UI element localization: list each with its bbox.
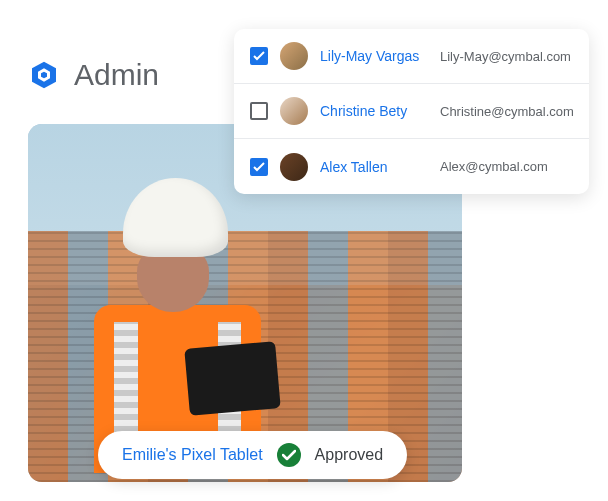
user-name[interactable]: Lily-May Vargas — [320, 48, 428, 64]
admin-label: Admin — [74, 58, 159, 92]
device-name[interactable]: Emilie's Pixel Tablet — [122, 446, 263, 464]
device-status-label: Approved — [315, 446, 384, 464]
user-email: Alex@cymbal.com — [440, 159, 548, 174]
admin-header: Admin — [28, 58, 159, 92]
user-name[interactable]: Christine Bety — [320, 103, 428, 119]
avatar — [280, 97, 308, 125]
device-status-pill: Emilie's Pixel Tablet Approved — [98, 431, 407, 479]
checkbox[interactable] — [250, 47, 268, 65]
user-row[interactable]: Alex Tallen Alex@cymbal.com — [234, 139, 589, 194]
user-table: Lily-May Vargas Lily-May@cymbal.com Chri… — [234, 29, 589, 194]
user-row[interactable]: Christine Bety Christine@cymbal.com — [234, 84, 589, 139]
checkbox[interactable] — [250, 102, 268, 120]
avatar — [280, 153, 308, 181]
user-email: Christine@cymbal.com — [440, 104, 574, 119]
user-row[interactable]: Lily-May Vargas Lily-May@cymbal.com — [234, 29, 589, 84]
checkbox[interactable] — [250, 158, 268, 176]
user-email: Lily-May@cymbal.com — [440, 49, 571, 64]
user-name[interactable]: Alex Tallen — [320, 159, 428, 175]
admin-logo-icon — [28, 59, 60, 91]
avatar — [280, 42, 308, 70]
approved-check-icon — [277, 443, 301, 467]
